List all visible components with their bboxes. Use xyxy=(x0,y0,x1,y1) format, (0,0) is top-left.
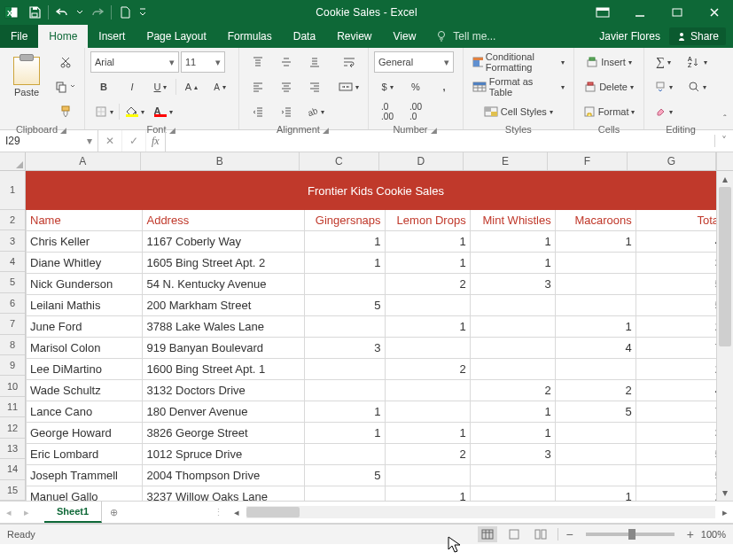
vertical-scrollbar[interactable]: ▴ ▾ xyxy=(716,171,733,501)
name-box[interactable]: I29▾ xyxy=(0,130,98,152)
tab-scroll-right-icon[interactable]: ▸ xyxy=(18,502,35,523)
cell[interactable] xyxy=(304,380,385,401)
cell[interactable]: 1 xyxy=(470,231,555,253)
font-size-combo[interactable]: 11▾ xyxy=(181,51,225,73)
cell[interactable]: 5 xyxy=(304,465,385,486)
cell[interactable]: Joseph Trammell xyxy=(27,465,143,486)
cell[interactable]: Chris Keller xyxy=(27,231,143,253)
accounting-button[interactable]: $▾ xyxy=(374,76,401,97)
cell[interactable]: 54 N. Kentucky Avenue xyxy=(143,274,304,295)
cell[interactable]: 4 xyxy=(636,380,716,401)
col-header-B[interactable]: B xyxy=(141,152,300,170)
cell[interactable]: Lee DiMartino xyxy=(27,359,143,380)
cell[interactable]: 2 xyxy=(385,444,470,465)
comma-button[interactable]: , xyxy=(431,76,457,97)
cell[interactable]: 2 xyxy=(636,486,716,502)
cell[interactable]: Marisol Colon xyxy=(27,338,143,359)
cell[interactable]: 2 xyxy=(636,359,716,380)
cell[interactable]: 3 xyxy=(636,253,716,274)
header-lemon-drops[interactable]: Lemon Drops xyxy=(385,210,470,231)
user-name[interactable]: Javier Flores xyxy=(599,30,660,43)
cell[interactable]: 3826 George Street xyxy=(143,423,304,444)
cell[interactable]: 1 xyxy=(555,486,636,502)
copy-button[interactable] xyxy=(51,76,79,97)
row-header-10[interactable]: 10 xyxy=(0,376,25,396)
add-sheet-button[interactable]: ⊕ xyxy=(102,502,125,523)
conditional-formatting-button[interactable]: Conditional Formatting▾ xyxy=(469,51,568,73)
cell[interactable]: 3 xyxy=(304,338,385,359)
cell[interactable] xyxy=(555,465,636,486)
sheet-title[interactable]: Frontier Kids Cookie Sales xyxy=(27,172,717,210)
cell[interactable] xyxy=(385,338,470,359)
increase-indent-button[interactable] xyxy=(273,101,300,122)
cell[interactable]: 3 xyxy=(470,274,555,295)
cell[interactable] xyxy=(385,465,470,486)
cell[interactable]: 1 xyxy=(385,423,470,444)
format-cells-button[interactable]: Format▾ xyxy=(580,101,639,122)
decrease-font-button[interactable]: A▾ xyxy=(207,76,233,97)
cell[interactable]: 4 xyxy=(636,231,716,253)
font-name-combo[interactable]: Arial▾ xyxy=(90,51,179,73)
cell[interactable] xyxy=(304,316,385,338)
cell-styles-button[interactable]: Cell Styles▾ xyxy=(469,101,568,122)
share-button[interactable]: Share xyxy=(669,27,726,45)
cell[interactable] xyxy=(555,359,636,380)
underline-button[interactable]: U▾ xyxy=(147,76,174,97)
expand-formula-bar-icon[interactable]: ˅ xyxy=(714,135,733,147)
cell[interactable]: 1 xyxy=(304,401,385,423)
cell[interactable]: Eric Lombard xyxy=(27,444,143,465)
tab-file[interactable]: File xyxy=(0,25,38,48)
cell[interactable]: 7 xyxy=(636,401,716,423)
cell[interactable]: 4 xyxy=(555,338,636,359)
zoom-in-button[interactable]: + xyxy=(687,527,694,541)
cell[interactable]: 1 xyxy=(385,486,470,502)
paste-button[interactable]: Paste xyxy=(5,51,48,103)
cell[interactable]: 1 xyxy=(304,231,385,253)
scroll-right-icon[interactable]: ▸ xyxy=(717,507,733,518)
header-gingersnaps[interactable]: Gingersnaps xyxy=(304,210,385,231)
cell[interactable]: 5 xyxy=(555,401,636,423)
cancel-formula-icon[interactable]: ✕ xyxy=(98,130,122,152)
cell[interactable]: 3237 Willow Oaks Lane xyxy=(143,486,304,502)
cell[interactable] xyxy=(555,444,636,465)
cell[interactable]: June Ford xyxy=(27,316,143,338)
row-header-9[interactable]: 9 xyxy=(0,355,25,376)
cell[interactable]: Wade Schultz xyxy=(27,380,143,401)
cell[interactable] xyxy=(555,423,636,444)
col-header-F[interactable]: F xyxy=(548,152,628,170)
cell[interactable]: 2 xyxy=(555,380,636,401)
cell[interactable]: 5 xyxy=(304,295,385,316)
cell[interactable]: 1 xyxy=(304,253,385,274)
zoom-slider[interactable] xyxy=(586,533,675,536)
sheet-tab-1[interactable]: Sheet1 xyxy=(44,502,102,523)
wrap-text-button[interactable] xyxy=(335,51,363,73)
cell[interactable] xyxy=(470,359,555,380)
col-header-D[interactable]: D xyxy=(379,152,464,170)
autosum-button[interactable]: ∑▾ xyxy=(650,51,676,73)
scroll-up-icon[interactable]: ▴ xyxy=(717,171,733,187)
tab-home[interactable]: Home xyxy=(38,25,88,48)
new-file-icon[interactable] xyxy=(113,0,136,25)
horizontal-scrollbar[interactable]: ⋮ ◂ ▸ xyxy=(214,502,733,523)
cell[interactable] xyxy=(470,295,555,316)
close-icon[interactable] xyxy=(696,0,733,25)
italic-button[interactable]: I xyxy=(119,76,145,97)
cell[interactable]: 5 xyxy=(636,444,716,465)
cell[interactable]: 1 xyxy=(470,401,555,423)
cell[interactable] xyxy=(555,274,636,295)
cell[interactable]: 3 xyxy=(470,444,555,465)
row-header-5[interactable]: 5 xyxy=(0,272,25,292)
cell[interactable]: 1 xyxy=(470,423,555,444)
vscroll-thumb[interactable] xyxy=(719,187,731,346)
header-name[interactable]: Name xyxy=(27,210,143,231)
cell[interactable] xyxy=(470,486,555,502)
header-address[interactable]: Address xyxy=(143,210,304,231)
decrease-indent-button[interactable] xyxy=(245,101,271,122)
cell[interactable]: 2 xyxy=(470,380,555,401)
cell[interactable]: 2 xyxy=(385,359,470,380)
fx-icon[interactable]: fx xyxy=(146,130,166,152)
row-header-12[interactable]: 12 xyxy=(0,417,25,438)
sort-filter-button[interactable]: AZ▾ xyxy=(683,51,711,73)
col-header-G[interactable]: G xyxy=(628,152,716,170)
cell[interactable]: Diane Whitley xyxy=(27,253,143,274)
